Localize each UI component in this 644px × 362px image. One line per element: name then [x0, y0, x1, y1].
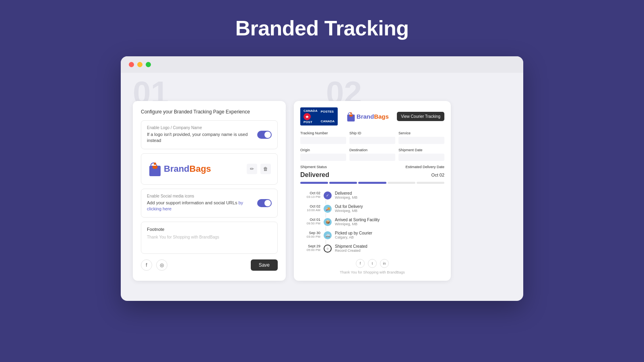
timeline-content-pickup: Picked up by Courier Calgary, AB	[335, 231, 372, 239]
tracking-fields-row1: Tracking Number Ship ID Service	[300, 131, 444, 144]
ship-id-field: Ship ID	[349, 131, 395, 144]
timeline-item-delivered: Oct 02 03:13 PM ✓ Delivered Winnipeg, MB	[300, 189, 444, 202]
timeline-content-arrived: Arrived at Sorting Facility Winnipeg, MB	[335, 218, 380, 226]
tracking-number-field: Tracking Number	[300, 131, 346, 144]
shipment-date-field: Shipment Date	[398, 148, 444, 161]
footnote-text: Thank You for Shopping with BrandBags	[147, 235, 272, 239]
timeline-loc-arrived: Winnipeg, MB	[335, 222, 380, 226]
tracking-header: CANADA POST POSTES C	[300, 107, 444, 125]
timeline-content-created: Shipment Created Record Created	[335, 244, 367, 253]
svg-point-4	[350, 112, 352, 114]
tracking-number-box	[300, 137, 346, 144]
timeline-date-pickup: Sep 30 03:00 PM	[300, 231, 320, 239]
tracking-twitter-icon[interactable]: t	[368, 259, 377, 268]
timeline-date-sub-delivered: 03:13 PM	[300, 195, 320, 199]
footnote-label: Footnote	[147, 227, 272, 232]
timeline-loc-delivered: Winnipeg, MB	[335, 195, 357, 200]
social-toggle-desc: Add your support information and social …	[147, 200, 257, 212]
service-field: Service	[398, 131, 444, 144]
panel-footer: f ◎ Save	[141, 259, 278, 271]
logo-bag-icon	[148, 160, 162, 178]
tracking-facebook-icon[interactable]: f	[356, 259, 365, 268]
progress-seg-3	[358, 182, 386, 184]
tracking-timeline: Oct 02 03:13 PM ✓ Delivered Winnipeg, MB…	[300, 189, 444, 255]
social-toggle-row: Enable Social media icons Add your suppo…	[141, 189, 278, 218]
shipment-date-box	[398, 154, 444, 161]
origin-box	[300, 154, 346, 161]
shipment-status-label: Shipment Status	[300, 165, 327, 169]
origin-label: Origin	[300, 148, 346, 152]
svg-point-1	[154, 162, 156, 165]
origin-field: Origin	[300, 148, 346, 161]
ship-id-box	[349, 137, 395, 144]
tracking-fields-row2: Origin Destination Shipment Date	[300, 148, 444, 161]
canada-post-maple-icon	[303, 113, 311, 120]
save-button[interactable]: Save	[251, 259, 278, 271]
destination-box	[349, 154, 395, 161]
timeline-event-out: Out for Delivery	[335, 204, 363, 209]
facebook-icon[interactable]: f	[141, 259, 152, 271]
timeline-event-pickup: Picked up by Courier	[335, 231, 372, 235]
canada-post-text-2: POST	[303, 120, 318, 124]
page-title: Branded Tracking	[235, 16, 409, 40]
timeline-date-main-arrived: Oct 01	[300, 218, 320, 222]
timeline-loc-created: Record Created	[335, 249, 367, 253]
social-toggle[interactable]	[257, 199, 272, 207]
left-panel: Configure your Branded Tracking Page Exp…	[133, 101, 286, 281]
logo-actions: ✏ 🗑	[247, 164, 271, 174]
social-icons: f ◎	[141, 259, 167, 271]
timeline-loc-out: Winnipeg, MB	[335, 209, 363, 213]
timeline-date-sub-pickup: 03:00 PM	[300, 235, 320, 239]
svg-marker-2	[305, 115, 309, 118]
est-date-value: Oct 02	[431, 173, 444, 177]
logo-preview-box: BrandBags ✏ 🗑	[141, 153, 278, 185]
logo-toggle[interactable]	[257, 131, 272, 139]
timeline-date-sub-arrived: 09:50 PM	[300, 222, 320, 225]
right-panel: CANADA POST POSTES C	[294, 101, 451, 281]
status-value: Delivered	[300, 171, 329, 179]
progress-bar	[300, 182, 444, 184]
postes-text-1: POSTES	[321, 110, 335, 114]
logo-toggle-desc: If a logo isn't provided, your company n…	[147, 132, 257, 144]
timeline-item-pickup: Sep 30 03:00 PM 🚐 Picked up by Courier C…	[300, 228, 444, 242]
view-courier-tracking-button[interactable]: View Courier Tracking	[397, 112, 444, 121]
timeline-date-sub-created: 05:00 PM	[300, 248, 320, 252]
canada-post-text-1: CANADA	[303, 109, 318, 113]
destination-field: Destination	[349, 148, 395, 161]
timeline-date-arrived: Oct 01 09:50 PM	[300, 218, 320, 225]
social-toggle-label: Enable Social media icons	[147, 194, 257, 198]
canada-post-logo: CANADA POST POSTES C	[300, 107, 338, 125]
timeline-item-arrived: Oct 01 09:50 PM 📦 Arrived at Sorting Fac…	[300, 215, 444, 228]
service-box	[398, 137, 444, 144]
timeline-date-main-pickup: Sep 30	[300, 231, 320, 235]
brand-small-bags-text: Bags	[374, 113, 389, 120]
logo-toggle-label: Enable Logo / Company Name	[147, 125, 257, 130]
timeline-item-out: Oct 02 10:00 AM 🚚 Out for Delivery Winni…	[300, 202, 444, 215]
progress-seg-1	[300, 182, 328, 184]
timeline-event-created: Shipment Created	[335, 244, 367, 249]
browser-bar	[121, 56, 523, 73]
logo-edit-btn[interactable]: ✏	[247, 164, 257, 174]
shipment-status-row: Shipment Status Estimated Delivery Date	[300, 165, 444, 169]
dot-red[interactable]	[129, 62, 134, 67]
out-for-delivery-icon: 🚚	[324, 205, 332, 213]
panel-title: Configure your Branded Tracking Page Exp…	[141, 109, 278, 115]
shipment-date-label: Shipment Date	[398, 148, 444, 152]
timeline-date-main-created: Sept 29	[300, 244, 320, 248]
destination-label: Destination	[349, 148, 395, 152]
pickup-courier-icon: 🚐	[324, 231, 332, 239]
brand-logo-small: BrandBags	[346, 111, 389, 123]
timeline-item-created: Sept 29 05:00 PM ○ Shipment Created Reco…	[300, 242, 444, 255]
browser-window: 01 02 Configure your Branded Tracking Pa…	[121, 56, 523, 301]
timeline-date-main-out: Oct 02	[300, 204, 320, 208]
dot-yellow[interactable]	[137, 62, 142, 67]
logo-delete-btn[interactable]: 🗑	[260, 164, 271, 174]
tracking-linkedin-icon[interactable]: in	[380, 259, 389, 268]
logo-toggle-row: Enable Logo / Company Name If a logo isn…	[141, 120, 278, 149]
instagram-icon[interactable]: ◎	[156, 259, 167, 271]
timeline-date-created: Sept 29 05:00 PM	[300, 244, 320, 252]
logo-brand-text: Brand	[164, 164, 190, 174]
tracking-number-label: Tracking Number	[300, 131, 346, 135]
dot-green[interactable]	[146, 62, 151, 67]
timeline-event-arrived: Arrived at Sorting Facility	[335, 218, 380, 222]
